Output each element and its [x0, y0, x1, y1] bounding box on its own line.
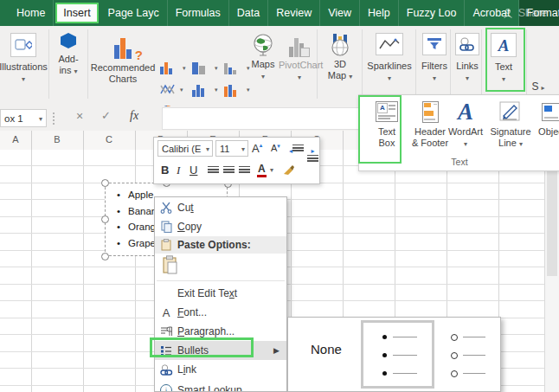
- illustrations-button[interactable]: Illustrations: [0, 33, 52, 85]
- text-dropdown-panel: A Text Box Header & Footer: [358, 94, 559, 171]
- formula-bar-divider[interactable]: [53, 112, 56, 125]
- object-button[interactable]: Object: [534, 99, 559, 138]
- vertical-scrollbar[interactable]: [544, 150, 559, 392]
- maps-button[interactable]: Maps: [246, 33, 280, 82]
- underline-button[interactable]: U: [190, 164, 197, 177]
- sparklines-button[interactable]: Sparklines: [363, 33, 415, 84]
- add-ins-caret: [74, 65, 78, 75]
- stacked-chart-button[interactable]: [192, 61, 213, 74]
- menu-item-link[interactable]: Link: [155, 360, 286, 379]
- menu-item-smart-lookup[interactable]: i Smart Lookup: [155, 379, 286, 392]
- wordart-icon: A: [444, 99, 487, 125]
- increase-indent-button[interactable]: ▸: [306, 145, 319, 165]
- column-header[interactable]: A: [7, 134, 24, 145]
- tab-page-layout[interactable]: Page Layc: [100, 0, 168, 26]
- name-box-caret: ▾: [39, 110, 42, 128]
- align-center-button[interactable]: [223, 166, 235, 177]
- 3d-map-button[interactable]: 3D Map: [318, 33, 362, 82]
- person-icon: [503, 8, 514, 19]
- sparklines-label: Sparklines: [363, 61, 415, 72]
- font-color-caret[interactable]: ▾: [270, 166, 273, 174]
- font-size-caret: ▾: [241, 141, 245, 157]
- pivotchart-label: PivotChart: [279, 60, 320, 71]
- filters-caret: [417, 72, 452, 84]
- tab-view[interactable]: View: [320, 0, 360, 26]
- globe-icon: [252, 33, 274, 57]
- tab-formulas[interactable]: Formulas: [168, 0, 229, 26]
- cancel-button[interactable]: ×: [76, 109, 83, 123]
- font-icon: A: [155, 306, 177, 319]
- name-box[interactable]: ox 1 ▾: [0, 109, 47, 127]
- tab-fuzzy-lookup[interactable]: Fuzzy Loo: [399, 0, 466, 26]
- tab-insert[interactable]: Insert: [55, 3, 98, 23]
- mini-toolbar: Calibri (E ▾ 11 ▾ A▴ A▾ ◂ ▸ B I U A ▾: [153, 137, 320, 184]
- grow-font-button[interactable]: A▴: [252, 142, 262, 155]
- info-icon: i: [155, 384, 177, 392]
- tab-help[interactable]: Help: [360, 0, 399, 26]
- column-chart-button[interactable]: [160, 61, 181, 74]
- bold-button[interactable]: B: [161, 164, 169, 177]
- waterfall-chart-button[interactable]: [224, 61, 245, 74]
- menu-item-paragraph[interactable]: Paragraph...: [155, 322, 286, 341]
- align-right-button[interactable]: [239, 166, 250, 177]
- menu-item-bullets[interactable]: Bullets ▶: [155, 341, 286, 360]
- recommended-charts-button[interactable]: ? Recommended Charts: [89, 33, 157, 85]
- font-size-select[interactable]: 11 ▾: [215, 140, 248, 157]
- 3d-map-label-2: Map: [328, 70, 346, 80]
- recommended-charts-label-2: Charts: [89, 74, 157, 85]
- share-label: Share: [518, 7, 547, 19]
- links-button[interactable]: Links: [452, 33, 483, 84]
- link-icon: [155, 364, 177, 376]
- resize-handle[interactable]: [101, 215, 109, 223]
- text-box-label-2: Box: [367, 138, 407, 149]
- tab-home[interactable]: Home: [9, 0, 54, 26]
- menu-item-copy[interactable]: Copy: [155, 217, 286, 236]
- column-header[interactable]: C: [100, 134, 118, 145]
- menu-item-font[interactable]: A Font...: [155, 303, 286, 322]
- insert-function-button[interactable]: fx: [130, 109, 138, 123]
- font-color-button[interactable]: A: [257, 163, 267, 177]
- clipboard-icon: [155, 239, 177, 251]
- signature-line-label-2: Line: [498, 138, 517, 148]
- bullet-style-filled[interactable]: [361, 320, 434, 389]
- text-box-button[interactable]: A Text Box: [367, 99, 407, 149]
- paste-icon: [163, 255, 178, 277]
- resize-handle[interactable]: [101, 253, 109, 260]
- histogram-chart-button[interactable]: [192, 83, 213, 97]
- bullet-style-hollow[interactable]: [440, 323, 498, 385]
- filters-icon: [422, 33, 447, 55]
- submenu-arrow-icon: ▶: [273, 346, 280, 355]
- signature-line-button[interactable]: Signature Line: [484, 99, 537, 150]
- symbols-partial[interactable]: S ▸: [530, 81, 547, 93]
- shrink-font-button[interactable]: A▾: [271, 143, 280, 153]
- scrollbar-thumb[interactable]: [547, 155, 557, 276]
- paste-option-keep-formatting[interactable]: [155, 254, 286, 278]
- filters-button[interactable]: Filters: [417, 33, 452, 84]
- links-label: Links: [452, 61, 483, 72]
- copy-icon: [155, 221, 177, 233]
- wordart-button[interactable]: A WordArt: [444, 99, 487, 150]
- italic-button[interactable]: I: [177, 164, 180, 177]
- resize-handle[interactable]: [101, 179, 109, 187]
- column-header[interactable]: B: [48, 134, 66, 145]
- text-button[interactable]: A Text: [483, 33, 524, 85]
- enter-button[interactable]: ✓: [101, 109, 111, 122]
- filters-label: Filters: [417, 61, 452, 72]
- add-ins-button[interactable]: Add- ins: [50, 33, 87, 77]
- decrease-indent-button[interactable]: ◂: [289, 145, 304, 155]
- text-group-label: Text: [359, 157, 559, 167]
- combo-chart-button[interactable]: [224, 83, 245, 97]
- share-button[interactable]: Share: [503, 0, 547, 26]
- font-name-select[interactable]: Calibri (E ▾: [157, 140, 213, 157]
- menu-item-cut[interactable]: Cut: [155, 197, 286, 217]
- bullet-style-none[interactable]: None: [311, 342, 342, 357]
- format-painter-icon[interactable]: [282, 163, 296, 178]
- tab-data[interactable]: Data: [229, 0, 268, 26]
- pivotchart-button: PivotChart: [279, 33, 320, 83]
- align-left-button[interactable]: [208, 166, 219, 177]
- tab-review[interactable]: Review: [268, 0, 320, 26]
- 3d-map-caret: [349, 70, 352, 80]
- line-chart-button[interactable]: [160, 83, 177, 99]
- ribbon-tab-bar: Home Insert Page Layc Formulas Data Revi…: [0, 0, 559, 26]
- menu-item-exit-edit-text[interactable]: Exit Edit Text: [155, 284, 286, 303]
